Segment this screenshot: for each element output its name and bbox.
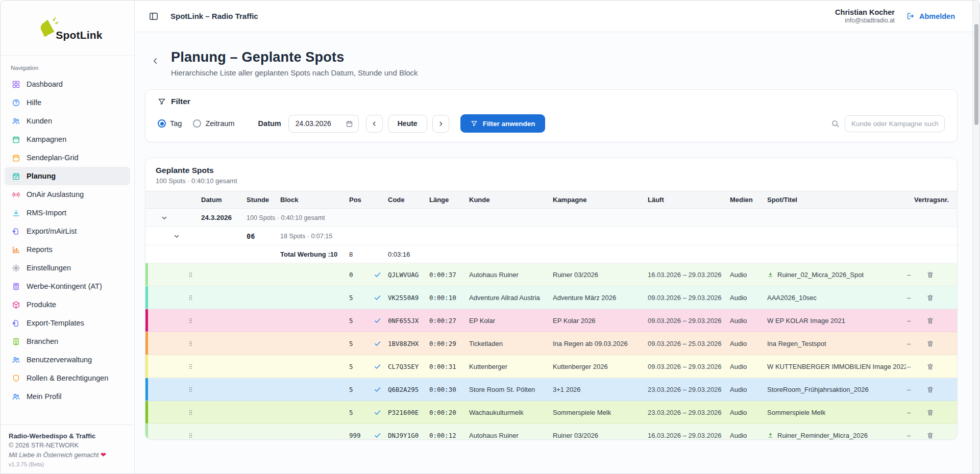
pos-cell: 5 bbox=[349, 317, 374, 325]
vertrag-cell: – bbox=[906, 294, 926, 302]
trash-icon[interactable] bbox=[926, 317, 934, 325]
sidebar-item-kampagnen[interactable]: Kampagnen bbox=[5, 130, 130, 148]
drag-handle-icon[interactable] bbox=[187, 317, 194, 324]
vertrag-cell: – bbox=[906, 386, 926, 393]
datum-label: Datum bbox=[258, 119, 281, 128]
check-icon bbox=[374, 386, 388, 393]
trash-icon[interactable] bbox=[926, 432, 934, 439]
table-row: 0 QJLWVUAG 0:00:37 Autohaus Ruiner Ruine… bbox=[145, 263, 957, 286]
collapse-date-icon[interactable] bbox=[161, 214, 168, 221]
col-pos: Pos bbox=[349, 196, 388, 204]
drag-handle-icon[interactable] bbox=[187, 294, 194, 301]
users-icon bbox=[12, 392, 20, 401]
drag-handle-icon[interactable] bbox=[187, 432, 194, 439]
logout-button[interactable]: Abmelden bbox=[906, 12, 955, 20]
medien-cell: Audio bbox=[730, 363, 767, 370]
sidebar-item-hilfe[interactable]: Hilfe bbox=[5, 93, 130, 112]
filter-apply-button[interactable]: Filter anwenden bbox=[460, 114, 546, 133]
heart-icon: ❤ bbox=[101, 451, 106, 459]
medien-cell: Audio bbox=[730, 340, 767, 347]
gear-icon bbox=[12, 264, 20, 272]
kunde-cell: EP Kolar bbox=[469, 317, 553, 325]
sidebar-item-mein-profil[interactable]: Mein Profil bbox=[5, 387, 130, 406]
sidebar-item-werbe-kontingent-at-[interactable]: Werbe-Kontingent (AT) bbox=[5, 277, 130, 295]
chevron-left-icon bbox=[371, 120, 378, 127]
table-row: 5 P321600E 0:00:20 Wachaukulturmelk Somm… bbox=[145, 401, 957, 424]
users-icon bbox=[12, 117, 20, 126]
scrollbar-thumb[interactable] bbox=[974, 24, 978, 125]
vertrag-cell: – bbox=[906, 340, 926, 347]
sidebar-toggle-icon[interactable] bbox=[146, 9, 161, 24]
radio-zeitraum[interactable]: Zeitraum bbox=[193, 119, 234, 128]
table-row: 5 CL7Q3SEY 0:00:31 Kuttenberger Kuttenbe… bbox=[145, 355, 957, 378]
laufzeit-cell: 16.03.2026 – 29.03.2026 bbox=[648, 271, 730, 279]
table-summary: 100 Spots · 0:40:10 gesamt bbox=[156, 177, 947, 185]
kampagne-cell: Ruiner 03/2026 bbox=[553, 271, 648, 279]
sidebar-item-rms-import[interactable]: RMS-Import bbox=[5, 204, 130, 222]
trash-icon[interactable] bbox=[926, 386, 934, 393]
sidebar-item-label: Kampagnen bbox=[27, 135, 66, 143]
hour-group-row[interactable]: 06 18 Spots · 0:07:15 bbox=[145, 227, 957, 245]
sidebar-item-einstellungen[interactable]: Einstellungen bbox=[5, 259, 130, 277]
check-icon bbox=[374, 317, 388, 325]
collapse-hour-icon[interactable] bbox=[173, 233, 180, 240]
page-content: Planung – Geplante Spots Hierarchische L… bbox=[135, 32, 972, 473]
sidebar-item-dashboard[interactable]: Dashboard bbox=[5, 75, 130, 93]
sidebar-item-sendeplan-grid[interactable]: Sendeplan-Grid bbox=[5, 148, 130, 167]
date-group-row[interactable]: 24.3.2026 100 Spots · 0:40:10 gesamt bbox=[145, 209, 957, 227]
brand-name: SpotLink bbox=[56, 29, 102, 41]
grid-icon bbox=[12, 80, 20, 89]
trash-icon[interactable] bbox=[926, 271, 934, 279]
footer-version: v1.3.75 (Beta) bbox=[9, 461, 126, 467]
sidebar-item-export-templates[interactable]: Export-Templates bbox=[5, 314, 130, 332]
drag-handle-icon[interactable] bbox=[187, 363, 194, 370]
download-icon bbox=[12, 209, 20, 217]
search-input[interactable] bbox=[845, 115, 945, 132]
pos-cell: 5 bbox=[349, 363, 374, 370]
medien-cell: Audio bbox=[730, 271, 767, 279]
sidebar-item-benutzerverwaltung[interactable]: Benutzerverwaltung bbox=[5, 351, 130, 369]
scrollbar-track[interactable] bbox=[972, 1, 979, 473]
sidebar-item-planung[interactable]: Planung bbox=[5, 167, 130, 185]
radio-tag[interactable]: Tag bbox=[158, 119, 182, 128]
user-email: info@stadtradio.at bbox=[835, 17, 895, 24]
spot-title-cell: Ina Regen_Testspot bbox=[767, 340, 906, 347]
trash-icon[interactable] bbox=[926, 363, 934, 370]
block-pos: 8 bbox=[349, 251, 388, 258]
sidebar-item-label: Export-Templates bbox=[27, 319, 84, 327]
funnel-icon bbox=[471, 120, 478, 127]
date-input[interactable]: 24.03.2026 bbox=[288, 115, 359, 133]
sidebar-item-label: Benutzerverwaltung bbox=[27, 356, 92, 364]
sidebar-item-label: Hilfe bbox=[27, 98, 41, 107]
trash-icon[interactable] bbox=[926, 294, 934, 302]
sidebar-item-kunden[interactable]: Kunden bbox=[5, 112, 130, 130]
back-button[interactable] bbox=[151, 57, 160, 65]
sidebar-item-produkte[interactable]: Produkte bbox=[5, 295, 130, 314]
table-header-row: Datum Stunde Block Pos Code Länge Kunde … bbox=[145, 191, 957, 209]
drag-handle-icon[interactable] bbox=[187, 340, 194, 347]
trash-icon[interactable] bbox=[926, 409, 934, 416]
spots-table-card: Geplante Spots 100 Spots · 0:40:10 gesam… bbox=[145, 158, 958, 440]
download-icon[interactable] bbox=[767, 271, 774, 278]
sidebar-item-branchen[interactable]: Branchen bbox=[5, 332, 130, 351]
sidebar-item-rollen-berechtigungen[interactable]: Rollen & Berechtigungen bbox=[5, 369, 130, 387]
heute-button[interactable]: Heute bbox=[388, 115, 427, 133]
prev-day-button[interactable] bbox=[366, 115, 383, 133]
kampagne-cell: Ruiner 03/2026 bbox=[553, 432, 648, 439]
drag-handle-icon[interactable] bbox=[187, 386, 194, 393]
kunde-cell: Ticketladen bbox=[469, 340, 553, 347]
spot-title-cell: Sommerspiele Melk bbox=[767, 409, 906, 416]
medien-cell: Audio bbox=[730, 386, 767, 393]
next-day-button[interactable] bbox=[432, 115, 449, 133]
sidebar-item-label: Sendeplan-Grid bbox=[27, 154, 79, 162]
sidebar-item-onair-auslastung[interactable]: OnAir Auslastung bbox=[5, 185, 130, 204]
drag-handle-icon[interactable] bbox=[187, 271, 194, 278]
drag-handle-icon[interactable] bbox=[187, 409, 194, 416]
sidebar-item-export-mairlist[interactable]: Export/mAirList bbox=[5, 222, 130, 240]
pos-cell: 5 bbox=[349, 386, 374, 393]
kunde-cell: Wachaukulturmelk bbox=[469, 409, 553, 416]
medien-cell: Audio bbox=[730, 432, 767, 439]
sidebar-item-reports[interactable]: Reports bbox=[5, 240, 130, 259]
trash-icon[interactable] bbox=[926, 340, 934, 347]
upload-icon[interactable] bbox=[767, 432, 774, 439]
